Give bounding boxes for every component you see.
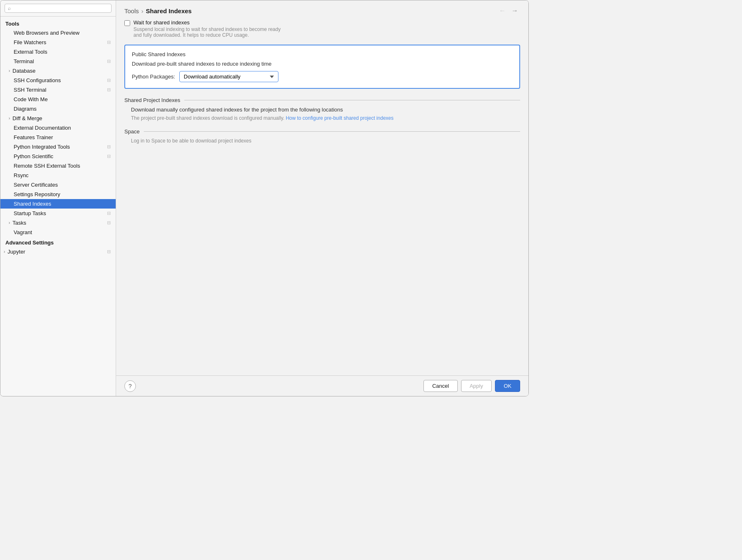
python-packages-dropdown[interactable]: Download automatically Download manually…	[179, 71, 278, 82]
sidebar-item-label: Terminal	[14, 58, 34, 64]
settings-icon: ⊟	[107, 59, 111, 64]
shared-project-title: Shared Project Indexes	[124, 97, 180, 103]
settings-icon: ⊟	[107, 220, 111, 225]
sidebar-item-web-browsers[interactable]: Web Browsers and Preview	[0, 28, 116, 38]
sidebar-item-settings-repository[interactable]: Settings Repository	[0, 190, 116, 199]
nav-forward-button[interactable]: →	[509, 6, 520, 15]
settings-icon: ⊟	[107, 154, 111, 159]
sidebar-item-remote-ssh-external-tools[interactable]: Remote SSH External Tools	[0, 161, 116, 171]
search-input-wrapper[interactable]: ⌕	[5, 4, 112, 13]
sidebar-list: Tools Web Browsers and Preview File Watc…	[0, 17, 116, 396]
wait-for-indexes-label: Wait for shared indexes	[133, 19, 281, 26]
sidebar-item-python-scientific[interactable]: Python Scientific ⊟	[0, 152, 116, 161]
sidebar-item-code-with-me[interactable]: Code With Me	[0, 95, 116, 104]
sidebar-item-diff-merge[interactable]: › Diff & Merge	[0, 114, 116, 123]
sidebar-item-label: SSH Terminal	[14, 87, 46, 93]
breadcrumb-parent: Tools	[124, 7, 139, 14]
main-panel: Tools › Shared Indexes ← → Wait for shar…	[116, 0, 528, 396]
sidebar: ⌕ Tools Web Browsers and Preview File Wa…	[0, 0, 116, 396]
settings-icon: ⊟	[107, 144, 111, 149]
sidebar-item-ssh-configurations[interactable]: SSH Configurations ⊟	[0, 76, 116, 85]
sidebar-item-label: Python Integrated Tools	[14, 144, 70, 150]
sidebar-item-label: SSH Configurations	[14, 77, 61, 83]
wait-for-indexes-text: Wait for shared indexes Suspend local in…	[133, 19, 281, 38]
settings-icon: ⊟	[107, 211, 111, 216]
python-packages-row: Python Packages: Download automatically …	[132, 71, 513, 82]
shared-project-link[interactable]: How to configure pre-built shared projec…	[286, 115, 394, 121]
space-note: Log in to Space to be able to download p…	[124, 138, 520, 144]
breadcrumb: Tools › Shared Indexes	[124, 7, 192, 14]
sidebar-item-label: External Documentation	[14, 125, 71, 131]
sidebar-item-rsync[interactable]: Rsync	[0, 171, 116, 180]
sidebar-item-label: Shared Indexes	[14, 201, 51, 207]
space-header-row: Space	[124, 128, 520, 135]
sidebar-item-tasks[interactable]: › Tasks ⊟	[0, 218, 116, 228]
sidebar-item-server-certificates[interactable]: Server Certificates	[0, 180, 116, 190]
sidebar-item-external-documentation[interactable]: External Documentation	[0, 123, 116, 133]
sidebar-item-ssh-terminal[interactable]: SSH Terminal ⊟	[0, 85, 116, 95]
apply-button[interactable]: Apply	[461, 380, 492, 392]
wait-for-indexes-section: Wait for shared indexes Suspend local in…	[124, 19, 520, 38]
chevron-right-icon: ›	[9, 69, 10, 73]
sidebar-item-database[interactable]: › Database	[0, 66, 116, 76]
advanced-settings-header: Advanced Settings	[0, 237, 116, 247]
sidebar-item-jupyter[interactable]: › Jupyter ⊟	[0, 247, 116, 256]
main-body: Wait for shared indexes Suspend local in…	[116, 19, 528, 375]
sidebar-item-label: External Tools	[14, 49, 47, 55]
sidebar-item-vagrant[interactable]: Vagrant	[0, 228, 116, 237]
python-packages-label: Python Packages:	[132, 74, 175, 80]
sidebar-item-shared-indexes[interactable]: Shared Indexes	[0, 199, 116, 209]
search-bar: ⌕	[0, 0, 116, 17]
space-section: Space Log in to Space to be able to down…	[124, 128, 520, 144]
shared-project-note-text: The project pre-built shared indexes dow…	[131, 115, 284, 121]
settings-icon: ⊟	[107, 40, 111, 45]
sidebar-item-terminal[interactable]: Terminal ⊟	[0, 57, 116, 66]
sidebar-item-python-integrated-tools[interactable]: Python Integrated Tools ⊟	[0, 142, 116, 152]
sidebar-item-external-tools[interactable]: External Tools	[0, 47, 116, 57]
sidebar-item-label: File Watchers	[14, 39, 46, 45]
settings-icon: ⊟	[107, 249, 111, 254]
sidebar-item-label: Features Trainer	[14, 134, 53, 140]
wait-for-indexes-description: Suspend local indexing to wait for share…	[133, 26, 281, 38]
sidebar-item-label: Diff & Merge	[12, 115, 42, 121]
sidebar-item-label: Vagrant	[14, 229, 32, 235]
nav-back-button[interactable]: ←	[497, 6, 508, 15]
sidebar-item-label: Rsync	[14, 172, 29, 178]
chevron-right-icon: ›	[9, 116, 10, 121]
shared-project-section: Shared Project Indexes Download manually…	[124, 97, 520, 121]
tools-header: Tools	[0, 18, 116, 28]
sidebar-item-label: Settings Repository	[14, 191, 60, 197]
sidebar-item-diagrams[interactable]: Diagrams	[0, 104, 116, 114]
settings-icon: ⊟	[107, 87, 111, 93]
shared-project-note: The project pre-built shared indexes dow…	[124, 115, 520, 121]
search-icon: ⌕	[8, 5, 11, 11]
sidebar-item-label: Jupyter	[7, 249, 25, 255]
sidebar-item-label: Server Certificates	[14, 182, 58, 188]
breadcrumb-current: Shared Indexes	[146, 7, 192, 14]
shared-project-description: Download manually configured shared inde…	[124, 107, 520, 113]
sidebar-item-startup-tasks[interactable]: Startup Tasks ⊟	[0, 209, 116, 218]
sidebar-item-label: Database	[12, 68, 36, 74]
search-input[interactable]	[13, 5, 108, 11]
section-divider	[144, 131, 520, 132]
space-title: Space	[124, 128, 140, 135]
settings-icon: ⊟	[107, 78, 111, 83]
sidebar-item-label: Code With Me	[14, 96, 48, 102]
nav-arrows: ← →	[497, 6, 520, 15]
public-indexes-title: Public Shared Indexes	[132, 51, 186, 57]
sidebar-item-label: Diagrams	[14, 106, 37, 112]
public-indexes-description: Download pre-built shared indexes to red…	[132, 61, 513, 67]
help-button[interactable]: ?	[124, 380, 136, 392]
sidebar-item-label: Startup Tasks	[14, 210, 46, 216]
main-header: Tools › Shared Indexes ← →	[116, 0, 528, 19]
sidebar-item-features-trainer[interactable]: Features Trainer	[0, 133, 116, 142]
sidebar-item-file-watchers[interactable]: File Watchers ⊟	[0, 38, 116, 47]
sidebar-item-label: Python Scientific	[14, 153, 53, 159]
cancel-button[interactable]: Cancel	[423, 380, 457, 392]
public-indexes-box: Public Shared Indexes Download pre-built…	[124, 45, 520, 89]
ok-button[interactable]: OK	[495, 380, 520, 392]
wait-for-indexes-checkbox[interactable]	[124, 20, 130, 26]
sidebar-item-label: Remote SSH External Tools	[14, 163, 80, 169]
chevron-right-icon: ›	[9, 221, 10, 225]
section-divider	[184, 100, 520, 100]
